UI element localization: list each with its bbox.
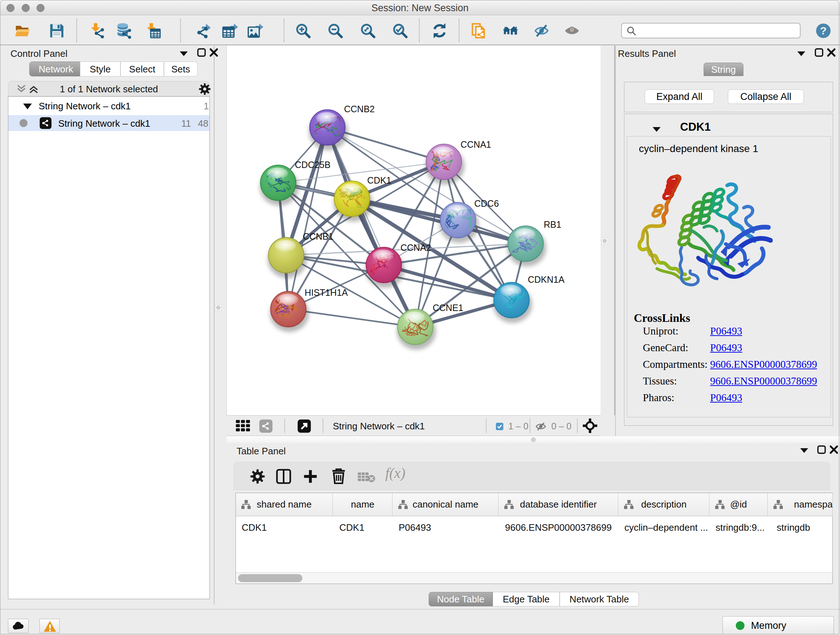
svg-text:CCNB1: CCNB1 xyxy=(303,231,333,241)
svg-text:CDK1: CDK1 xyxy=(367,175,392,185)
svg-text:RB1: RB1 xyxy=(544,219,561,230)
svg-text:HIST1H1A: HIST1H1A xyxy=(305,287,348,298)
svg-text:CDC25B: CDC25B xyxy=(295,160,331,170)
svg-text:CDC6: CDC6 xyxy=(474,198,499,209)
svg-text:CCNA1: CCNA1 xyxy=(461,139,491,149)
svg-text:CDKN1A: CDKN1A xyxy=(528,274,565,285)
svg-text:CCNA2: CCNA2 xyxy=(401,242,431,253)
svg-text:CCNB2: CCNB2 xyxy=(344,104,375,114)
svg-text:CCNE1: CCNE1 xyxy=(433,302,463,313)
svg-text:?: ? xyxy=(820,25,827,36)
